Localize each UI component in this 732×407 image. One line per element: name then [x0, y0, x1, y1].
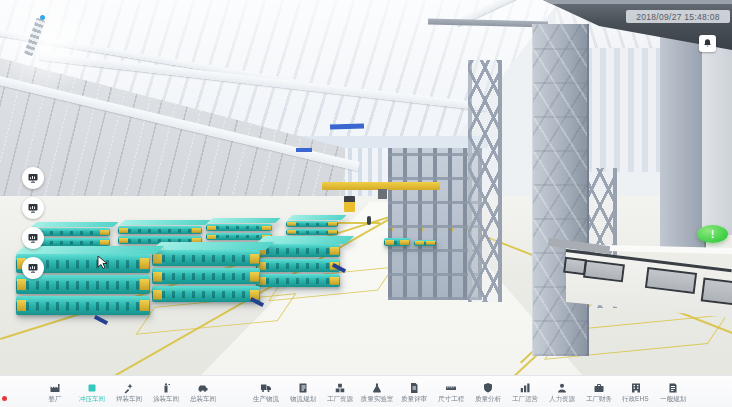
menu-module-label: 一般规划 — [659, 395, 685, 402]
fixture-glint — [40, 15, 45, 20]
ruler-icon — [445, 382, 457, 394]
die-stack — [152, 248, 260, 302]
dashboard-panel-button-3[interactable] — [22, 227, 44, 249]
dashboard-panel-button-4[interactable] — [22, 257, 44, 279]
dashboard-icon — [27, 172, 39, 184]
die-stack — [118, 224, 202, 244]
module-menu: 生产物流物流规划工厂资源质量实验室质量评审尺寸工程质量分析工厂运营人力资源工厂财… — [247, 382, 691, 403]
tab-workshop-label: 整厂 — [48, 395, 61, 402]
boxes-icon — [334, 382, 346, 394]
right-wall-panel — [702, 40, 732, 235]
menu-module-label: 工厂财务 — [585, 395, 611, 402]
alert-marker[interactable]: ! — [697, 225, 728, 243]
dashboard-panel-button-2[interactable] — [22, 197, 44, 219]
menu-module-shield[interactable]: 质量分析 — [469, 382, 506, 403]
steel-column — [532, 24, 589, 356]
menu-module-document[interactable]: 质量评审 — [395, 382, 432, 403]
menu-module-flask[interactable]: 质量实验室 — [358, 382, 395, 403]
menu-module-briefcase[interactable]: 工厂财务 — [580, 382, 617, 403]
alert-marker-label: ! — [711, 228, 715, 240]
crane-hoist — [378, 189, 387, 199]
mouse-cursor — [97, 255, 109, 270]
stamping-icon — [86, 382, 98, 394]
menu-module-building[interactable]: 行政EHS — [617, 382, 654, 403]
menu-module-label: 质量实验室 — [360, 395, 393, 402]
machine-unit — [414, 238, 436, 246]
light-glow — [0, 0, 108, 92]
record-indicator — [2, 396, 7, 401]
notifications-button[interactable] — [699, 35, 716, 52]
timestamp-text: 2018/09/27 15:48:08 — [636, 12, 720, 22]
workshop-tabs: 整厂冲压车间焊装车间涂装车间总装车间 — [36, 382, 221, 403]
menu-module-boxes[interactable]: 工厂资源 — [321, 382, 358, 403]
tab-workshop-label: 冲压车间 — [78, 395, 104, 402]
building-icon — [630, 382, 642, 394]
distant-bay-wall — [586, 48, 662, 172]
menu-module-person[interactable]: 人力资源 — [543, 382, 580, 403]
tab-workshop-stamping[interactable]: 冲压车间 — [73, 382, 110, 403]
painting-icon — [160, 382, 172, 394]
menu-module-label: 物流规划 — [289, 395, 315, 402]
menu-module-label: 工厂资源 — [326, 395, 352, 402]
shield-icon — [482, 382, 494, 394]
bell-icon — [702, 38, 713, 49]
forklift — [344, 196, 355, 212]
menu-module-label: 工厂运营 — [511, 395, 537, 402]
chart-icon — [519, 382, 531, 394]
menu-module-label: 行政EHS — [622, 395, 649, 402]
document-icon — [408, 382, 420, 394]
conveyor-beam — [296, 148, 312, 152]
plan-icon — [667, 382, 679, 394]
menu-module-label: 质量分析 — [474, 395, 500, 402]
menu-module-truck[interactable]: 生产物流 — [247, 382, 284, 403]
menu-module-label: 尺寸工程 — [437, 395, 463, 402]
welding-icon — [123, 382, 135, 394]
menu-module-label: 人力资源 — [548, 395, 574, 402]
distant-worker — [367, 216, 371, 225]
dashboard-icon — [27, 202, 39, 214]
machine-unit — [384, 236, 410, 246]
tab-workshop-label: 涂装车间 — [152, 395, 178, 402]
menu-module-ruler[interactable]: 尺寸工程 — [432, 382, 469, 403]
person-icon — [556, 382, 568, 394]
menu-module-plan[interactable]: 一般规划 — [654, 382, 691, 403]
dashboard-icon — [27, 232, 39, 244]
bottom-toolbar: 整厂冲压车间焊装车间涂装车间总装车间 生产物流物流规划工厂资源质量实验室质量评审… — [0, 375, 732, 407]
menu-module-label: 质量评审 — [400, 395, 426, 402]
tab-workshop-label: 总装车间 — [189, 395, 215, 402]
factory-icon — [49, 382, 61, 394]
die-stack — [286, 219, 338, 235]
tab-workshop-label: 焊装车间 — [115, 395, 141, 402]
tab-workshop-factory[interactable]: 整厂 — [36, 382, 73, 403]
tab-workshop-welding[interactable]: 焊装车间 — [110, 382, 147, 403]
menu-module-chart[interactable]: 工厂运营 — [506, 382, 543, 403]
briefcase-icon — [593, 382, 605, 394]
die-stack — [256, 242, 340, 287]
3d-factory-viewport[interactable]: ! — [0, 0, 732, 407]
menu-module-label: 生产物流 — [252, 395, 278, 402]
tab-workshop-painting[interactable]: 涂装车间 — [147, 382, 184, 403]
factory-digital-twin-app: ! 2018/09/27 15:48:08 整厂冲压车间焊装车间涂装车间总装车间… — [0, 0, 732, 407]
tab-workshop-assembly[interactable]: 总装车间 — [184, 382, 221, 403]
truck-icon — [260, 382, 272, 394]
assembly-icon — [197, 382, 209, 394]
flask-icon — [371, 382, 383, 394]
dashboard-icon — [27, 262, 39, 274]
timestamp: 2018/09/27 15:48:08 — [626, 10, 730, 23]
lattice-column — [468, 60, 502, 302]
menu-module-clipboard[interactable]: 物流规划 — [284, 382, 321, 403]
dashboard-panel-button-1[interactable] — [22, 167, 44, 189]
clipboard-icon — [297, 382, 309, 394]
